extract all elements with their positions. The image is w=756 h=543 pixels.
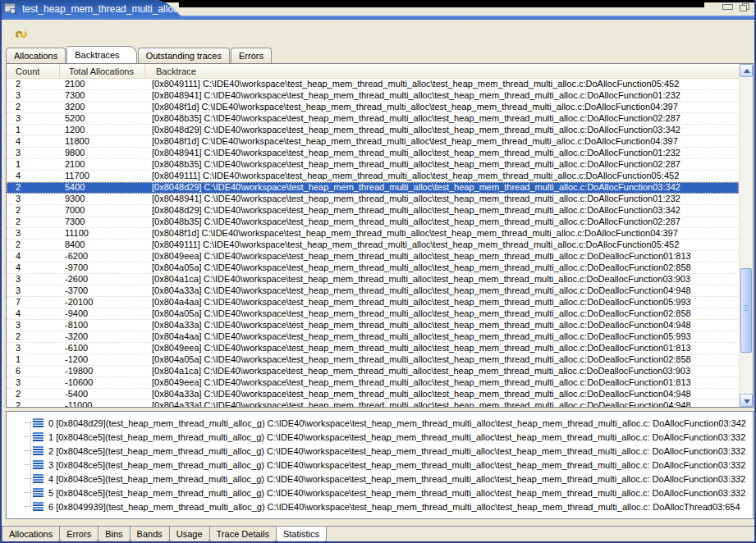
cell-backtrace: [0x804a33a] C:\IDE40\workspace\test_heap…	[145, 400, 739, 407]
trace-item-text: 4 [0x8048ce5](test_heap_mem_thread_multi…	[48, 474, 745, 484]
table-row[interactable]: 7-20100[0x804a4aa] C:\IDE40\workspace\te…	[7, 297, 739, 308]
cell-total-allocations: -3200	[60, 331, 145, 342]
minimize-icon[interactable]	[722, 3, 732, 11]
table-row[interactable]: 25400[0x8048d29] C:\IDE40\workspace\test…	[7, 182, 739, 194]
cell-backtrace: [0x8048f1d] C:\IDE40\workspace\test_heap…	[145, 228, 739, 239]
table-row[interactable]: 4-9400[0x804a05a] C:\IDE40\workspace\tes…	[7, 308, 739, 320]
cell-total-allocations: 2100	[60, 79, 145, 89]
table-row[interactable]: 3-3700[0x804a33a] C:\IDE40\workspace\tes…	[7, 285, 739, 297]
tabbar-background	[179, 0, 704, 7]
column-header-total-allocations[interactable]: Total Allocations	[60, 64, 145, 78]
tab-allocations[interactable]: Allocations	[2, 527, 60, 542]
cell-backtrace: [0x8048941] C:\IDE40\workspace\test_heap…	[145, 194, 739, 204]
column-header-count[interactable]: Count	[7, 64, 60, 78]
cell-count: 1	[7, 354, 60, 365]
cell-backtrace: [0x804a4aa] C:\IDE40\workspace\test_heap…	[145, 331, 739, 342]
tab-outstanding-traces[interactable]: Outstanding traces	[138, 48, 230, 63]
table-row[interactable]: 27000[0x8048d29] C:\IDE40\workspace\test…	[7, 205, 739, 217]
table-row[interactable]: 2-3200[0x804a4aa] C:\IDE40\workspace\tes…	[7, 331, 739, 343]
cell-backtrace: [0x8048b35] C:\IDE40\workspace\test_heap…	[145, 217, 739, 227]
cell-count: 2	[7, 102, 60, 112]
trace-item[interactable]: 3 [0x8048ce5](test_heap_mem_thread_multi…	[7, 458, 753, 472]
tree-connector	[25, 422, 31, 423]
cell-total-allocations: -6100	[60, 343, 145, 354]
table-row[interactable]: 28400[0x8049111] C:\IDE40\workspace\test…	[7, 240, 739, 251]
table-row[interactable]: 6-19800[0x804a1ca] C:\IDE40\workspace\te…	[7, 366, 739, 377]
cell-backtrace: [0x8048d29] C:\IDE40\workspace\test_heap…	[145, 125, 739, 135]
table-row[interactable]: 11200[0x8048d29] C:\IDE40\workspace\test…	[7, 125, 739, 136]
cell-total-allocations: 2100	[60, 159, 145, 170]
cell-count: 1	[7, 125, 60, 135]
table-row[interactable]: 411800[0x8048f1d] C:\IDE40\workspace\tes…	[7, 136, 739, 148]
scroll-down-icon[interactable]	[740, 394, 753, 407]
trace-item[interactable]: 0 [0x8048d29](test_heap_mem_thread_multi…	[7, 416, 753, 430]
tab-errors[interactable]: Errors	[231, 48, 272, 63]
table-row[interactable]: 2-11000[0x804a33a] C:\IDE40\workspace\te…	[7, 400, 739, 407]
cell-count: 3	[7, 194, 60, 204]
table-row[interactable]: 4-9700[0x804a05a] C:\IDE40\workspace\tes…	[7, 262, 739, 274]
cell-backtrace: [0x804a05a] C:\IDE40\workspace\test_heap…	[145, 354, 739, 365]
cell-count: 2	[7, 79, 60, 89]
table-row[interactable]: 12100[0x8048b35] C:\IDE40\workspace\test…	[7, 159, 739, 171]
table-row[interactable]: 311100[0x8048f1d] C:\IDE40\workspace\tes…	[7, 228, 739, 240]
cell-backtrace: [0x804a1ca] C:\IDE40\workspace\test_heap…	[145, 274, 739, 285]
tab-allocations[interactable]: Allocations	[6, 48, 66, 63]
vertical-scrollbar[interactable]	[739, 64, 753, 407]
collect-memory-events-icon	[14, 27, 29, 42]
scrollbar-thumb[interactable]	[740, 268, 752, 353]
table-row[interactable]: 22100[0x8049111] C:\IDE40\workspace\test…	[7, 79, 739, 90]
cell-count: 3	[7, 343, 60, 354]
cell-total-allocations: -5400	[60, 389, 145, 399]
table-row[interactable]: 39800[0x8048941] C:\IDE40\workspace\test…	[7, 148, 739, 159]
cell-total-allocations: 7000	[60, 205, 145, 216]
tab-bands[interactable]: Bands	[130, 527, 170, 542]
cell-total-allocations: -9700	[60, 262, 145, 273]
collect-memory-events-button[interactable]	[12, 25, 30, 43]
trace-item[interactable]: 2 [0x8048ce5](test_heap_mem_thread_multi…	[7, 444, 753, 458]
table-row[interactable]: 35200[0x8048b35] C:\IDE40\workspace\test…	[7, 113, 739, 125]
editor-tab-active[interactable]: test_heap_mem_thread_multi_alloc ✕	[0, 0, 184, 20]
cell-backtrace: [0x8048941] C:\IDE40\workspace\test_heap…	[145, 90, 739, 101]
table-row[interactable]: 23200[0x8048f1d] C:\IDE40\workspace\test…	[7, 102, 739, 113]
table-row[interactable]: 37300[0x8048941] C:\IDE40\workspace\test…	[7, 90, 739, 102]
table-row[interactable]: 2-5400[0x804a33a] C:\IDE40\workspace\tes…	[7, 389, 739, 400]
table-row[interactable]: 3-8100[0x804a33a] C:\IDE40\workspace\tes…	[7, 320, 739, 331]
table-row[interactable]: 3-6100[0x8049eea] C:\IDE40\workspace\tes…	[7, 343, 739, 354]
tab-bins[interactable]: Bins	[98, 527, 130, 542]
cell-total-allocations: -9400	[60, 308, 145, 319]
table-row[interactable]: 39300[0x8048941] C:\IDE40\workspace\test…	[7, 194, 739, 205]
tab-usage[interactable]: Usage	[169, 527, 210, 542]
tree-connector	[25, 464, 31, 465]
restore-icon[interactable]	[740, 3, 749, 11]
trace-item[interactable]: 1 [0x8048ce5](test_heap_mem_thread_multi…	[7, 430, 753, 444]
scroll-up-icon[interactable]	[740, 64, 753, 77]
table-row[interactable]: 3-2600[0x804a1ca] C:\IDE40\workspace\tes…	[7, 274, 739, 285]
cell-total-allocations: -20100	[60, 297, 145, 308]
tab-errors[interactable]: Errors	[59, 527, 99, 542]
cell-backtrace: [0x8048d29] C:\IDE40\workspace\test_heap…	[145, 205, 739, 216]
tab-trace-details[interactable]: Trace Details	[209, 527, 277, 542]
table-row[interactable]: 3-10600[0x8049eea] C:\IDE40\workspace\te…	[7, 377, 739, 389]
stack-frames-icon	[33, 418, 44, 427]
column-header-backtrace[interactable]: Backtrace	[145, 64, 753, 78]
cell-total-allocations: 11700	[60, 171, 145, 181]
table-row[interactable]: 27300[0x8048b35] C:\IDE40\workspace\test…	[7, 217, 739, 228]
cell-backtrace: [0x8049111] C:\IDE40\workspace\test_heap…	[145, 171, 739, 181]
trace-item[interactable]: 6 [0x8049939](test_heap_mem_thread_multi…	[7, 500, 753, 513]
cell-backtrace: [0x804a33a] C:\IDE40\workspace\test_heap…	[145, 320, 739, 331]
table-row[interactable]: 1-1200[0x804a05a] C:\IDE40\workspace\tes…	[7, 354, 739, 366]
trace-item[interactable]: 4 [0x8048ce5](test_heap_mem_thread_multi…	[7, 472, 753, 486]
cell-backtrace: [0x8048b35] C:\IDE40\workspace\test_heap…	[145, 159, 739, 170]
table-row[interactable]: 411700[0x8049111] C:\IDE40\workspace\tes…	[7, 171, 739, 182]
tree-connector	[25, 506, 31, 507]
trace-item-text: 0 [0x8048d29](test_heap_mem_thread_multi…	[48, 418, 746, 428]
cell-backtrace: [0x8048941] C:\IDE40\workspace\test_heap…	[145, 148, 739, 158]
tab-backtraces[interactable]: Backtraces	[66, 46, 136, 63]
tab-statistics[interactable]: Statistics	[276, 527, 327, 542]
cell-count: 3	[7, 113, 60, 124]
backtrace-table-body: 22100[0x8049111] C:\IDE40\workspace\test…	[7, 79, 739, 407]
table-row[interactable]: 4-6200[0x8049eea] C:\IDE40\workspace\tes…	[7, 251, 739, 262]
cell-count: 4	[7, 308, 60, 319]
view-toolbar	[0, 20, 756, 47]
trace-item[interactable]: 5 [0x8048ce5](test_heap_mem_thread_multi…	[7, 486, 753, 500]
